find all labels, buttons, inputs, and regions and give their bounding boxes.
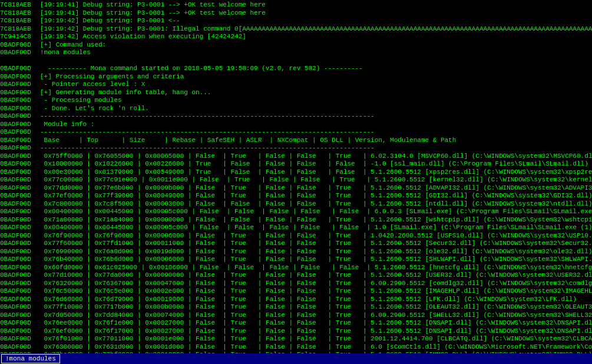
line-address: 7C818AEB [0,9,40,18]
line-address: 0BADF00D [0,168,40,177]
line-content: [+] Command used: [40,41,592,49]
terminal-line [0,57,592,65]
line-content: [19:19:42] Debug string: P3-0001 <-- [40,17,592,25]
line-content: 0x00e30000 | 0x01379000 | 0x00549000 | T… [40,168,592,177]
line-address: 0BADF00D [0,153,40,161]
terminal-line: 7C818AEB [19:19:41] Debug string: P3-000… [0,9,592,18]
line-content: 0x77c00000 | 0x77c91e000 | 0x0011e000 | … [40,176,592,184]
terminal-line: 0BADF00D [+] Generating module info tabl… [0,89,592,97]
line-content: Base | Top | Size | Rebase | SafeSEH | A… [40,137,592,145]
line-content: [19:19:42] Debug string: P3-0001: Illega… [40,25,592,34]
line-address: 0BADF00D [0,296,40,304]
line-address: 0BADF00D [0,128,40,137]
line-content: 0x76300000 | 0x7631d000 | 0x0001d000 | F… [40,343,592,352]
command-tab[interactable]: !mona modules [1,354,60,363]
line-content: [19:19:41] Debug string: P3-0001 --> +OK… [40,1,592,9]
terminal-line: 0BADF00D 0x77dd0000 | 0x77e6b000 | 0x000… [0,184,592,193]
line-content: 0x60fd0000 | 0x61c025000 | 0x00106000 | … [40,264,592,272]
line-content: !mona modules [40,49,592,57]
line-content: 0x71a00000 | 0x71a04000 | 0x00000000 | F… [40,216,592,224]
line-address: 0BADF00D [0,65,40,73]
terminal-line: 0BADF00D 0x76f90000 | 0x76f96000 | 0x000… [0,232,592,240]
line-content: - Pointer access level : X [40,81,592,89]
line-content: 0x00400000 | 0x00445000 | 0x00005c000 | … [40,224,592,232]
line-address: 0BADF00D [0,105,40,113]
terminal-line: 0BADF00D 0x76300000 | 0x7631d000 | 0x000… [0,343,592,352]
terminal-line: 0BADF00D 0x60fd0000 | 0x61c025000 | 0x00… [0,264,592,272]
terminal-line: 0BADF00D -------------------------------… [0,128,592,137]
terminal-line: 0BADF00D 0x77ef0000 | 0x77f39000 | 0x000… [0,192,592,200]
line-content: [+] Generating module info table, hang o… [40,89,592,97]
line-address: 0BADF00D [0,256,40,264]
line-address: 0BADF00D [0,176,40,184]
line-address: 0BADF00D [0,351,40,353]
line-address: 0BADF00D [0,280,40,288]
line-address: 0BADF00D [0,232,40,240]
terminal-line: 0BADF00D - Done. Let's rock 'n roll. [0,105,592,113]
terminal-line: 0BADF00D 0x7c800000 | 0x7c8f5000 | 0x000… [0,200,592,209]
line-content: 0x76d60000 | 0x76d79000 | 0x00019000 | F… [40,296,592,304]
line-address: 0BADF00D [0,303,40,312]
terminal-line: 0BADF00D 0x76ef0000 | 0x76f17000 | 0x000… [0,327,592,336]
terminal-line: 7C9414C8 [19:19:42] Access violation whe… [0,33,592,41]
line-address: 0BADF00D [0,112,40,121]
terminal-line: 0BADF00D !mona modules [0,49,592,57]
terminal-line: 0BADF00D 0x76b40000 | 0x76b6d000 | 0x000… [0,256,592,264]
line-address: 0BADF00D [0,272,40,280]
terminal-line: 0BADF00D 0x7d050000 | 0x7dd84000 | 0x000… [0,312,592,320]
line-content: 0x7d050000 | 0x7dd84000 | 0x00074000 | F… [40,312,592,320]
line-address: 0BADF00D [0,319,40,327]
terminal-line: 0BADF00D -------------------------------… [0,112,592,121]
line-content: 0x75ff0000 | 0x76055000 | 0x00065000 | F… [40,153,592,161]
terminal-line: 0BADF00D 0x77be0000 | 0x77bf2000 | 0x000… [0,351,592,353]
line-content: 0x00400000 | 0x00445000 | 0x00005c000 | … [40,208,592,216]
line-address: 0BADF00D [0,240,40,248]
terminal-line: 0BADF00D 0x77d10000 | 0x77da0000 | 0x000… [0,272,592,280]
terminal-line: 7C818AEB [19:19:42] Debug string: P3-000… [0,17,592,25]
line-address: 0BADF00D [0,49,40,57]
line-address: 7C818AEB [0,25,40,34]
line-content: 0x76b40000 | 0x76b6d000 | 0x00006000 | F… [40,256,592,264]
line-content: 0x77f60000 | 0x77fd1000 | 0x00011000 | F… [40,240,592,248]
terminal-line: 0BADF00D 0x77f10000 | 0x7717b000 | 0x000… [0,303,592,312]
line-address: 0BADF00D [0,41,40,49]
line-content: 0x76990000 | 0x76a0d000 | 0x0019d000 | F… [40,248,592,256]
line-content: 0x76320000 | 0x76367000 | 0x00047000 | F… [40,280,592,288]
terminal-line: 0BADF00D [+] Processing arguments and cr… [0,73,592,81]
terminal-line: 0BADF00D 0x76d60000 | 0x76d79000 | 0x000… [0,296,592,304]
line-content: 0x76ef0000 | 0x76f17000 | 0x00027000 | F… [40,327,592,336]
line-address: 0BADF00D [0,200,40,209]
terminal-line: 0BADF00D 0x75ff0000 | 0x76055000 | 0x000… [0,153,592,161]
line-address: 0BADF00D [0,208,40,216]
terminal-line: 0BADF00D 0x77f60000 | 0x77fd1000 | 0x000… [0,240,592,248]
line-address: 0BADF00D [0,312,40,320]
line-address: 0BADF00D [0,264,40,272]
line-content [40,57,592,65]
line-content: Module info : [40,121,592,129]
line-address: 0BADF00D [0,81,40,89]
line-address: 0BADF00D [0,137,40,145]
line-address: 0BADF00D [0,160,40,168]
line-content: 0x76f01000 | 0x77011000 | 0x0001e000 | F… [40,335,592,343]
bottom-bar: !mona modules [0,353,592,364]
line-content: - Processing modules [40,97,592,105]
terminal-line: 0BADF00D 0x76ee0000 | 0x76f1e000 | 0x000… [0,319,592,327]
line-content: ----------------------------------------… [40,112,592,121]
line-content: [19:19:42] Access violation when executi… [40,33,592,41]
line-address: 0BADF00D [0,343,40,352]
terminal-line: 7C818AEB [19:19:41] Debug string: P3-000… [0,1,592,9]
line-content: 0x77d10000 | 0x77da0000 | 0x00090000 | F… [40,272,592,280]
line-content: 0x77be0000 | 0x77bf2000 | 0x00012000 | F… [40,351,592,353]
terminal-line: 0BADF00D 0x00e30000 | 0x01379000 | 0x005… [0,168,592,177]
line-content: [19:19:41] Debug string: P3-0001 --> +OK… [40,9,592,18]
line-content: ----------------------------------------… [40,144,592,153]
line-content: - Done. Let's rock 'n roll. [40,105,592,113]
line-content: 0x10000000 | 0x10226000 | 0x00226000 | T… [40,160,592,168]
line-address: 0BADF00D [0,335,40,343]
terminal-output: 7C818AEB [19:19:41] Debug string: P3-000… [0,1,592,353]
terminal-line: 0BADF00D 0x10000000 | 0x10226000 | 0x002… [0,160,592,168]
terminal-line: 0BADF00D 0x00400000 | 0x00445000 | 0x000… [0,224,592,232]
terminal-line: 0BADF00D Base | Top | Size | Rebase | Sa… [0,137,592,145]
line-address: 0BADF00D [0,216,40,224]
line-address: 0BADF00D [0,184,40,193]
